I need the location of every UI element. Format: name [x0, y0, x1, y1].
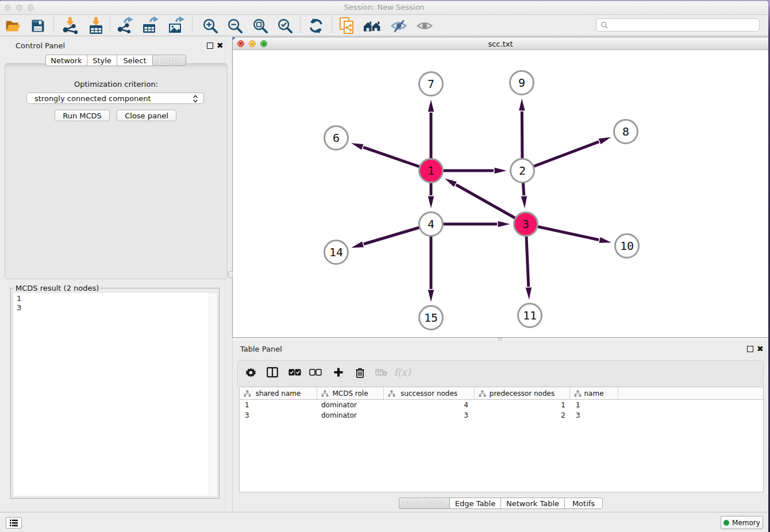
table-cell[interactable]: 2	[475, 410, 570, 421]
run-mcds-button[interactable]: Run MCDS	[55, 110, 110, 121]
table-cell[interactable]: 3	[570, 410, 618, 421]
control-panel-close-icon[interactable]: ✖	[217, 43, 224, 49]
graph-arrowhead-3-11	[526, 287, 532, 299]
table-header-row: shared nameMCDS rolesuccessor nodesprede…	[240, 387, 763, 400]
function-builder-icon[interactable]: f(x)	[393, 363, 411, 381]
search-input[interactable]	[611, 20, 755, 30]
column-header-predecessor-nodes[interactable]: predecessor nodes	[475, 387, 570, 400]
graph-node-label-7: 7	[428, 77, 434, 91]
delete-column-icon[interactable]	[351, 363, 369, 381]
mcds-result-box: MCDS result (2 nodes) 1 3	[10, 288, 220, 499]
tab-mcds[interactable]: MCDS	[152, 55, 186, 66]
table-panel-close-icon[interactable]: ✖	[757, 346, 764, 352]
graph-node-label-9: 9	[518, 76, 525, 90]
zoom-in-icon[interactable]	[201, 16, 220, 36]
close-panel-button[interactable]: Close panel	[117, 110, 176, 121]
splitter-grip[interactable]	[228, 271, 233, 278]
table-row[interactable]: 3dominator323	[240, 410, 763, 421]
hide-eye-icon[interactable]	[389, 16, 409, 36]
table-options-icon[interactable]	[241, 363, 260, 381]
search-box	[596, 18, 760, 32]
control-panel: Control Panel ✖ NetworkStyleSelectMCDS O…	[0, 36, 232, 512]
table-cell[interactable]: 1	[570, 400, 618, 410]
home-icon[interactable]	[363, 16, 382, 36]
apply-layout-icon[interactable]	[306, 16, 326, 36]
toolbar-separator	[110, 18, 110, 33]
show-eye-icon[interactable]	[415, 16, 434, 36]
node-table: shared nameMCDS rolesuccessor nodesprede…	[239, 387, 764, 492]
zoom-fit-icon[interactable]	[251, 16, 270, 36]
column-header-filler	[618, 387, 763, 400]
table-cell[interactable]: dominator	[317, 400, 384, 410]
select-all-icon[interactable]	[286, 363, 304, 381]
graph-arrowhead-4-15	[428, 290, 434, 302]
app-title: Session: New Session	[0, 3, 768, 11]
table-panel: Table Panel ✖	[233, 341, 768, 512]
memory-button[interactable]: Memory	[721, 516, 763, 529]
criterion-select[interactable]: strongly connected component	[26, 92, 204, 104]
mcds-result-text[interactable]: 1 3	[13, 292, 217, 496]
graph-node-label-3: 3	[522, 217, 529, 231]
column-header-MCDS-role[interactable]: MCDS role	[317, 387, 384, 400]
table-cell[interactable]: 1	[475, 400, 570, 410]
zoom-selected-icon[interactable]	[275, 16, 295, 36]
column-header-shared-name[interactable]: shared name	[240, 387, 317, 400]
graph-node-label-8: 8	[622, 125, 629, 138]
export-network-icon[interactable]	[116, 16, 136, 36]
task-history-button[interactable]	[6, 517, 22, 529]
graph-arrowhead-2-9	[519, 98, 525, 110]
control-panel-float-icon[interactable]	[207, 43, 213, 49]
graph-arrowhead-4-3	[498, 221, 510, 227]
window-corner-mark	[233, 37, 236, 40]
export-table-icon[interactable]	[141, 16, 160, 36]
network-window-titlebar[interactable]: ✕ – + scc.txt	[233, 37, 768, 50]
graph-arrowhead-4-14	[351, 241, 364, 248]
table-cell[interactable]: dominator	[317, 410, 384, 421]
import-network-icon[interactable]	[60, 16, 80, 36]
graph-node-label-10: 10	[620, 239, 634, 253]
table-panel-title: Table Panel	[240, 345, 282, 353]
table-row[interactable]: 1dominator411	[240, 400, 763, 410]
tab-motifs[interactable]: Motifs	[564, 498, 603, 509]
export-image-icon[interactable]	[167, 16, 186, 36]
graph-arrowhead-1-7	[428, 100, 434, 112]
open-session-icon[interactable]	[3, 16, 22, 36]
status-bar: Memory	[0, 512, 768, 532]
save-session-icon[interactable]	[28, 16, 48, 36]
splitter-grip[interactable]	[498, 338, 502, 341]
toolbar-separator	[192, 18, 192, 33]
chevron-updown-icon	[192, 95, 199, 103]
add-column-icon[interactable]	[329, 363, 348, 381]
network-window-title: scc.txt	[233, 40, 768, 48]
tab-edge-table[interactable]: Edge Table	[449, 498, 500, 509]
tab-network[interactable]: Network	[45, 55, 87, 66]
graph-node-label-14: 14	[329, 245, 343, 259]
table-cell[interactable]: 1	[240, 400, 317, 410]
memory-status-dot	[723, 520, 729, 526]
zoom-out-icon[interactable]	[225, 16, 245, 36]
tab-select[interactable]: Select	[117, 55, 152, 66]
network-graph[interactable]: 1234678910111415	[232, 50, 767, 337]
criterion-value: strongly connected component	[34, 94, 151, 103]
show-column-icon[interactable]	[263, 363, 282, 381]
unselect-all-icon[interactable]	[306, 363, 325, 381]
table-cell[interactable]: 3	[240, 410, 317, 421]
graph-arrowhead-2-3	[521, 196, 527, 208]
graph-arrowhead-1-4	[428, 196, 434, 209]
mcds-tab-panel: Optimization criterion: strongly connect…	[5, 63, 228, 279]
table-panel-float-icon[interactable]	[747, 346, 753, 352]
column-header-successor-nodes[interactable]: successor nodes	[384, 387, 475, 400]
graph-arrowhead-3-10	[599, 237, 611, 243]
table-cell[interactable]: 4	[384, 400, 475, 410]
tab-node-table[interactable]: Node Table	[399, 498, 449, 509]
tab-style[interactable]: Style	[87, 55, 117, 66]
window-top-border	[0, 0, 768, 1]
import-table-icon[interactable]	[86, 16, 106, 36]
table-cell[interactable]: 3	[384, 410, 475, 421]
column-header-name[interactable]: name	[570, 387, 618, 400]
tab-network-table[interactable]: Network Table	[500, 498, 564, 509]
delete-table-icon[interactable]	[372, 363, 390, 381]
mcds-result-scrollbar[interactable]	[209, 293, 216, 496]
copy-network-icon[interactable]	[337, 16, 357, 36]
graph-arrowhead-1-6	[351, 143, 364, 150]
